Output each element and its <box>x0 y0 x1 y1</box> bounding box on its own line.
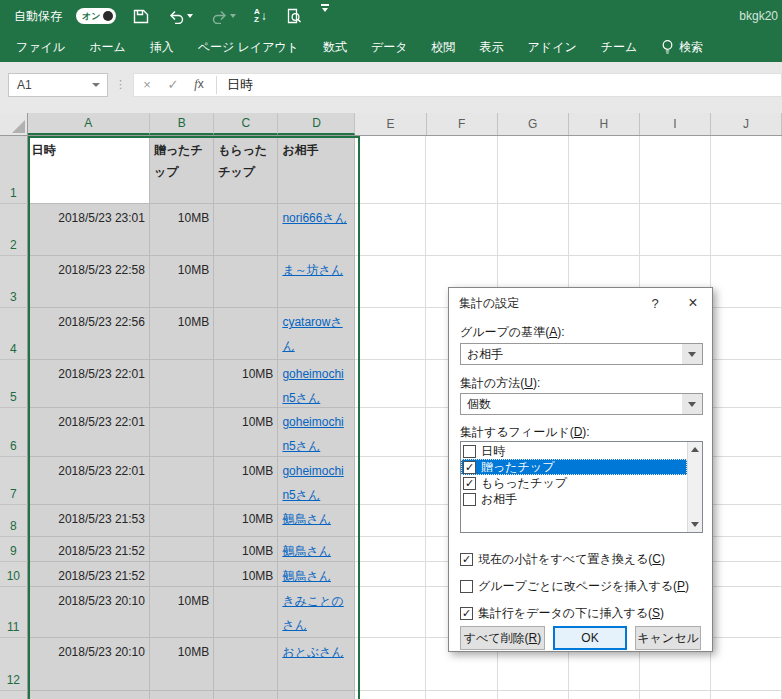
name-box[interactable]: A1 <box>8 73 108 97</box>
cell-E7[interactable] <box>355 457 426 505</box>
insert-function-button[interactable]: fx <box>186 77 212 92</box>
cell-hyperlink[interactable]: nori666さん <box>282 211 347 225</box>
row-header-5[interactable]: 5 <box>0 360 28 408</box>
cell-C3[interactable] <box>214 256 278 308</box>
cancel-button[interactable]: キャンセル <box>635 626 701 650</box>
row-header-6[interactable]: 6 <box>0 408 28 457</box>
redo-button[interactable] <box>209 4 238 28</box>
cell-C7[interactable]: 10MB <box>214 457 278 505</box>
select-all-button[interactable] <box>0 113 28 135</box>
row-header-7[interactable]: 7 <box>0 457 28 505</box>
row-header-10[interactable]: 10 <box>0 562 28 587</box>
cell-J12[interactable] <box>711 638 782 691</box>
group-by-combobox[interactable]: お相手 <box>460 343 703 365</box>
row-header-13[interactable]: 13 <box>0 691 28 699</box>
row-header-1[interactable]: 1 <box>0 136 28 204</box>
field-item-1[interactable]: 日時 <box>461 443 687 459</box>
cell-hyperlink[interactable]: goheimochin5さん <box>282 367 343 405</box>
cell-J11[interactable] <box>711 587 782 638</box>
checked-checkbox-icon[interactable]: ✓ <box>460 553 473 566</box>
accept-entry-button[interactable]: ✓ <box>160 77 186 92</box>
dialog-help-button[interactable]: ? <box>636 288 674 318</box>
cell-D6[interactable]: goheimochin5さん <box>278 408 355 457</box>
column-header-C[interactable]: C <box>214 113 278 135</box>
scroll-down-button[interactable] <box>688 517 702 532</box>
cell-D11[interactable]: きみことのさん <box>278 587 355 638</box>
cell-J7[interactable] <box>711 457 782 505</box>
cell-E11[interactable] <box>355 587 426 638</box>
chevron-down-icon[interactable] <box>682 394 702 414</box>
cell-J2[interactable] <box>711 204 782 256</box>
cell-A8[interactable]: 2018/5/23 21:53 <box>28 505 150 537</box>
cell-I13[interactable] <box>640 691 711 699</box>
cell-C8[interactable]: 10MB <box>214 505 278 537</box>
row-header-11[interactable]: 11 <box>0 587 28 638</box>
cell-B8[interactable] <box>150 505 214 537</box>
cell-D10[interactable]: 鵺鳥さん <box>278 562 355 587</box>
cell-A6[interactable]: 2018/5/23 22:01 <box>28 408 150 457</box>
row-header-8[interactable]: 8 <box>0 505 28 537</box>
cell-A12[interactable]: 2018/5/23 20:10 <box>28 638 150 691</box>
cell-D1[interactable]: お相手 <box>278 136 355 204</box>
cell-A7[interactable]: 2018/5/23 22:01 <box>28 457 150 505</box>
cell-C1[interactable]: もらったチップ <box>214 136 278 204</box>
column-header-H[interactable]: H <box>569 113 640 135</box>
ribbon-tab-8[interactable]: 表示 <box>468 32 516 62</box>
undo-button[interactable] <box>166 4 195 28</box>
cell-J6[interactable] <box>711 408 782 457</box>
cell-A10[interactable]: 2018/5/23 21:52 <box>28 562 150 587</box>
unchecked-checkbox-icon[interactable] <box>463 493 476 506</box>
cell-J4[interactable] <box>711 308 782 360</box>
cell-A9[interactable]: 2018/5/23 21:52 <box>28 537 150 562</box>
cell-D3[interactable]: ま～坊さん <box>278 256 355 308</box>
cell-A3[interactable]: 2018/5/23 22:58 <box>28 256 150 308</box>
cell-I1[interactable] <box>640 136 711 204</box>
cell-E10[interactable] <box>355 562 426 587</box>
cell-E1[interactable] <box>355 136 426 204</box>
cell-H2[interactable] <box>569 204 640 256</box>
cell-E8[interactable] <box>355 505 426 537</box>
row-header-12[interactable]: 12 <box>0 638 28 691</box>
autosave-toggle[interactable]: オン <box>76 8 116 24</box>
cell-E2[interactable] <box>355 204 426 256</box>
save-button[interactable] <box>130 4 152 28</box>
cell-hyperlink[interactable]: ま～坊さん <box>282 263 343 277</box>
cell-A4[interactable]: 2018/5/23 22:56 <box>28 308 150 360</box>
print-preview-button[interactable] <box>283 4 305 28</box>
cell-D8[interactable]: 鵺鳥さん <box>278 505 355 537</box>
ribbon-tab-7[interactable]: 校閲 <box>420 32 468 62</box>
cell-hyperlink[interactable]: 鵺鳥さん <box>282 544 331 558</box>
cell-D13[interactable]: おとぶさん <box>278 691 355 699</box>
cell-C5[interactable]: 10MB <box>214 360 278 408</box>
cell-G1[interactable] <box>498 136 569 204</box>
dialog-close-button[interactable]: × <box>674 288 712 318</box>
cell-J9[interactable] <box>711 537 782 562</box>
sort-ascending-button[interactable]: AZ ↓ <box>252 4 269 28</box>
cell-A11[interactable]: 2018/5/23 20:10 <box>28 587 150 638</box>
cell-F1[interactable] <box>426 136 497 204</box>
column-header-G[interactable]: G <box>498 113 569 135</box>
cell-B9[interactable] <box>150 537 214 562</box>
cell-D2[interactable]: nori666さん <box>278 204 355 256</box>
customize-toolbar-button[interactable] <box>319 4 331 28</box>
cell-hyperlink[interactable]: goheimochin5さん <box>282 415 343 453</box>
cell-I2[interactable] <box>640 204 711 256</box>
cell-E3[interactable] <box>355 256 426 308</box>
ok-button[interactable]: OK <box>553 626 627 650</box>
column-header-J[interactable]: J <box>711 113 782 135</box>
ribbon-tab-5[interactable]: 数式 <box>311 32 359 62</box>
cell-B2[interactable]: 10MB <box>150 204 214 256</box>
cell-C13[interactable] <box>214 691 278 699</box>
use-function-combobox[interactable]: 個数 <box>460 393 703 415</box>
cell-A2[interactable]: 2018/5/23 23:01 <box>28 204 150 256</box>
cell-D12[interactable]: おとぶさん <box>278 638 355 691</box>
listbox-scrollbar[interactable] <box>687 442 702 532</box>
cell-G13[interactable] <box>498 691 569 699</box>
cell-C11[interactable] <box>214 587 278 638</box>
cell-C10[interactable]: 10MB <box>214 562 278 587</box>
cell-B10[interactable] <box>150 562 214 587</box>
cell-E6[interactable] <box>355 408 426 457</box>
cell-D5[interactable]: goheimochin5さん <box>278 360 355 408</box>
checked-checkbox-icon[interactable]: ✓ <box>463 477 476 490</box>
cell-B13[interactable]: 10MB <box>150 691 214 699</box>
